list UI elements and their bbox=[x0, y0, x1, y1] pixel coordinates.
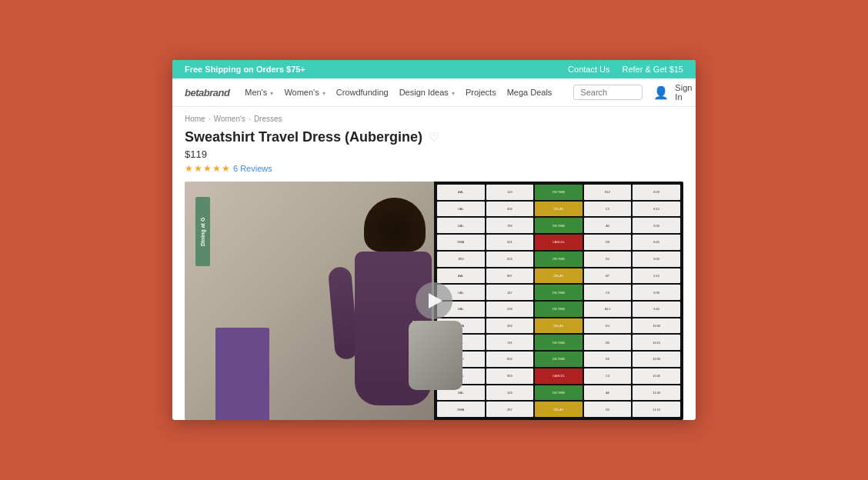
product-title: Sweatshirt Travel Dress (Aubergine) bbox=[185, 129, 422, 145]
search-input[interactable] bbox=[573, 85, 643, 100]
breadcrumb-womens[interactable]: Women's bbox=[214, 115, 245, 123]
product-price: $119 bbox=[185, 148, 683, 160]
content-area: Home › Women's › Dresses Sweatshirt Trav… bbox=[172, 107, 696, 420]
purple-kiosk bbox=[215, 328, 269, 420]
nav-item-womens[interactable]: Women's ▾ bbox=[284, 88, 325, 97]
nav-item-crowdfunding[interactable]: Crowdfunding bbox=[336, 88, 389, 97]
banner-right-links: Contact Us Refer & Get $15 bbox=[568, 65, 683, 74]
top-banner: Free Shipping on Orders $75+ Contact Us … bbox=[172, 60, 696, 78]
nav-bar: betabrand Men's ▾ Women's ▾ Crowdfunding… bbox=[172, 78, 696, 107]
star-5: ★ bbox=[222, 163, 230, 174]
nav-item-mega-deals[interactable]: Mega Deals bbox=[507, 88, 553, 97]
play-triangle bbox=[429, 293, 442, 308]
wishlist-icon[interactable]: ♡ bbox=[429, 130, 439, 145]
play-button[interactable] bbox=[416, 282, 452, 319]
breadcrumb-dresses[interactable]: Dresses bbox=[254, 115, 282, 123]
breadcrumb-sep-1: › bbox=[209, 115, 211, 123]
star-rating: ★ ★ ★ ★ ★ bbox=[185, 163, 230, 174]
product-image: AAL123ON TIMEB128:00 UAL456DELAYC58:15 D… bbox=[185, 182, 683, 420]
dining-sign: Dining at G bbox=[195, 197, 210, 266]
breadcrumb-sep-2: › bbox=[249, 115, 251, 123]
user-icon[interactable]: 👤 bbox=[653, 85, 669, 100]
sign-in-link[interactable]: Sign In bbox=[675, 83, 692, 102]
nav-item-mens[interactable]: Men's ▾ bbox=[245, 88, 273, 97]
nav-item-projects[interactable]: Projects bbox=[466, 88, 496, 97]
review-count[interactable]: 6 Reviews bbox=[233, 164, 272, 173]
backpack bbox=[409, 321, 462, 390]
product-title-row: Sweatshirt Travel Dress (Aubergine) ♡ bbox=[185, 129, 683, 145]
refer-link[interactable]: Refer & Get $15 bbox=[623, 65, 684, 74]
star-3: ★ bbox=[203, 163, 212, 174]
nav-item-design-ideas[interactable]: Design Ideas ▾ bbox=[399, 88, 455, 97]
star-4: ★ bbox=[212, 163, 221, 174]
logo[interactable]: betabrand bbox=[185, 87, 229, 98]
contact-us-link[interactable]: Contact Us bbox=[568, 65, 609, 74]
breadcrumb: Home › Women's › Dresses bbox=[185, 115, 683, 123]
shipping-text: Free Shipping on Orders $75+ bbox=[185, 65, 305, 74]
hair bbox=[364, 198, 426, 252]
star-1: ★ bbox=[185, 163, 193, 174]
departure-board: AAL123ON TIMEB128:00 UAL456DELAYC58:15 D… bbox=[434, 182, 683, 420]
stars-row: ★ ★ ★ ★ ★ 6 Reviews bbox=[185, 163, 683, 174]
browser-window: Free Shipping on Orders $75+ Contact Us … bbox=[172, 60, 696, 420]
nav-right: 👤 Sign In 🛒 bbox=[653, 83, 696, 102]
breadcrumb-home[interactable]: Home bbox=[185, 115, 205, 123]
star-2: ★ bbox=[194, 163, 202, 174]
